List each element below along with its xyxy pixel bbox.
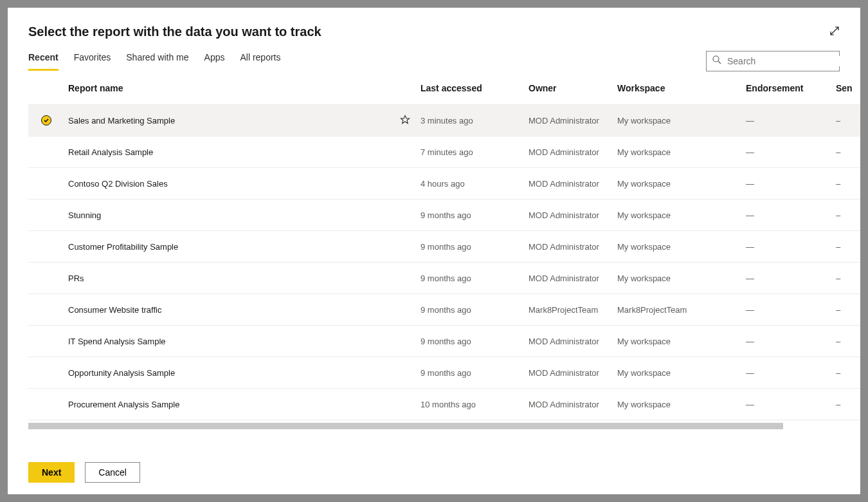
column-header-endorsement[interactable]: Endorsement [746,83,836,93]
owner: MOD Administrator [529,210,617,220]
tabs-row: Recent Favorites Shared with me Apps All… [8,39,860,71]
report-name[interactable]: Sales and Marketing Sample [68,116,390,126]
table-row[interactable]: Opportunity Analysis Sample9 months agoM… [28,357,860,389]
table-row[interactable]: Procurement Analysis Sample10 months ago… [28,389,860,420]
last-accessed: 4 hours ago [420,179,529,189]
last-accessed: 9 months ago [420,337,529,346]
table-row[interactable]: Retail Analysis Sample7 minutes agoMOD A… [28,136,860,168]
column-header-sensitivity[interactable]: Sen [836,83,860,93]
report-name[interactable]: Retail Analysis Sample [68,147,390,157]
sensitivity: – [836,242,860,252]
search-box[interactable] [706,51,840,71]
sensitivity: – [836,116,860,126]
workspace: My workspace [617,242,746,252]
workspace: My workspace [617,400,746,409]
workspace: My workspace [617,147,746,157]
last-accessed: 9 months ago [420,242,529,252]
sensitivity: – [836,179,860,189]
table-row[interactable]: IT Spend Analysis Sample9 months agoMOD … [28,326,860,357]
table-row[interactable]: Stunning9 months agoMOD AdministratorMy … [28,200,860,231]
table-row[interactable]: Consumer Website traffic9 months agoMark… [28,294,860,326]
dialog-title: Select the report with the data you want… [28,24,840,39]
report-name[interactable]: IT Spend Analysis Sample [68,337,390,346]
tab-apps[interactable]: Apps [204,52,225,71]
select-report-dialog: Select the report with the data you want… [8,8,860,494]
report-name[interactable]: Customer Profitability Sample [68,242,390,252]
column-header-accessed[interactable]: Last accessed [420,83,529,93]
column-header-name[interactable]: Report name [68,83,390,93]
svg-point-0 [713,56,719,62]
column-header-owner[interactable]: Owner [529,83,617,93]
report-name[interactable]: Procurement Analysis Sample [68,400,390,409]
owner: MOD Administrator [529,337,617,346]
svg-line-1 [718,61,721,64]
tab-recent[interactable]: Recent [28,52,59,71]
sensitivity: – [836,368,860,378]
report-name[interactable]: Opportunity Analysis Sample [68,368,390,378]
workspace: My workspace [617,116,746,126]
check-circle-icon [41,115,51,126]
table-row[interactable]: Sales and Marketing Sample3 minutes agoM… [28,105,860,136]
owner: MOD Administrator [529,116,617,126]
last-accessed: 9 months ago [420,368,529,378]
endorsement: — [746,179,836,189]
sensitivity: – [836,147,860,157]
last-accessed: 9 months ago [420,305,529,315]
tab-all-reports[interactable]: All reports [240,52,280,71]
workspace: My workspace [617,337,746,346]
owner: Mark8ProjectTeam [529,305,617,315]
star-icon[interactable] [400,115,410,127]
owner: MOD Administrator [529,368,617,378]
report-name[interactable]: Contoso Q2 Division Sales [68,179,390,189]
sensitivity: – [836,274,860,283]
cancel-button[interactable]: Cancel [85,462,140,483]
tabs: Recent Favorites Shared with me Apps All… [28,52,281,71]
workspace: My workspace [617,368,746,378]
workspace: My workspace [617,210,746,220]
expand-icon[interactable] [829,26,840,39]
report-name[interactable]: Stunning [68,210,390,220]
endorsement: — [746,116,836,126]
column-header-workspace[interactable]: Workspace [617,83,746,93]
workspace: My workspace [617,179,746,189]
sensitivity: – [836,305,860,315]
svg-marker-2 [401,115,410,123]
workspace: Mark8ProjectTeam [617,305,746,315]
report-name[interactable]: Consumer Website traffic [68,305,390,315]
horizontal-scrollbar[interactable] [28,423,783,429]
dialog-footer: Next Cancel [8,449,860,494]
owner: MOD Administrator [529,179,617,189]
endorsement: — [746,400,836,409]
favorite-cell[interactable] [390,115,420,127]
endorsement: — [746,274,836,283]
search-icon [712,55,722,68]
report-table: Report name Last accessed Owner Workspac… [8,71,860,449]
last-accessed: 9 months ago [420,274,529,283]
report-name[interactable]: PRs [68,274,390,283]
search-input[interactable] [727,56,840,66]
sensitivity: – [836,210,860,220]
next-button[interactable]: Next [28,462,75,483]
endorsement: — [746,305,836,315]
last-accessed: 7 minutes ago [420,147,529,157]
sensitivity: – [836,337,860,346]
endorsement: — [746,242,836,252]
tab-favorites[interactable]: Favorites [74,52,111,71]
table-row[interactable]: Customer Profitability Sample9 months ag… [28,231,860,263]
last-accessed: 9 months ago [420,210,529,220]
tab-shared-with-me[interactable]: Shared with me [126,52,188,71]
owner: MOD Administrator [529,242,617,252]
owner: MOD Administrator [529,147,617,157]
owner: MOD Administrator [529,400,617,409]
table-row[interactable]: PRs9 months agoMOD AdministratorMy works… [28,263,860,294]
endorsement: — [746,147,836,157]
row-select-cell[interactable] [28,115,68,126]
column-header-row: Report name Last accessed Owner Workspac… [28,71,860,105]
endorsement: — [746,210,836,220]
workspace: My workspace [617,274,746,283]
last-accessed: 10 months ago [420,400,529,409]
table-row[interactable]: Contoso Q2 Division Sales4 hours agoMOD … [28,168,860,200]
last-accessed: 3 minutes ago [420,116,529,126]
dialog-header: Select the report with the data you want… [8,8,860,39]
owner: MOD Administrator [529,274,617,283]
